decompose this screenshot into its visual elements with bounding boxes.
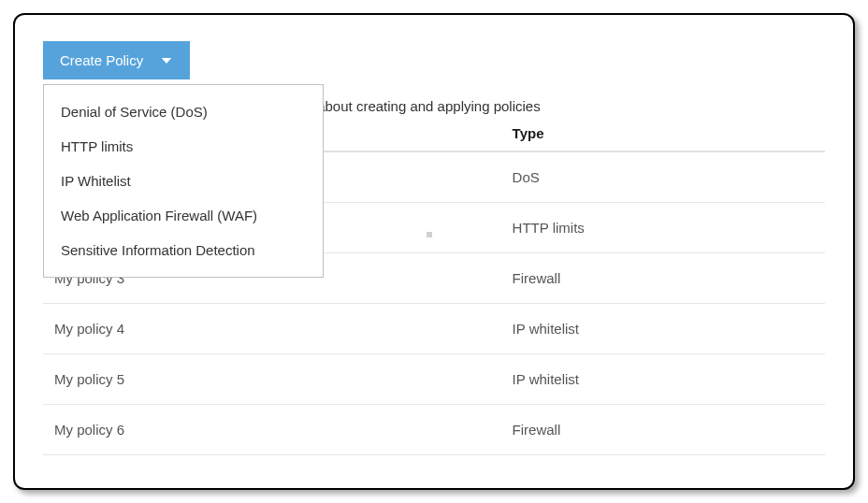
dropdown-item-sensitive-info[interactable]: Sensitive Information Detection [44, 233, 323, 267]
cell-type: Firewall [513, 270, 825, 286]
cell-type: DoS [513, 169, 825, 185]
dropdown-item-http-limits[interactable]: HTTP limits [44, 129, 323, 164]
create-policy-button[interactable]: Create Policy [43, 41, 190, 79]
create-policy-label: Create Policy [60, 52, 143, 68]
chevron-down-icon [160, 54, 173, 67]
policies-panel: Create Policy on traffic into a Runtime … [13, 13, 855, 490]
cell-name: My policy 4 [43, 321, 513, 337]
cell-type: Firewall [513, 422, 825, 438]
cell-name: My policy 5 [43, 371, 513, 387]
table-row[interactable]: My policy 5 IP whitelist [43, 354, 825, 405]
cell-type: IP whitelist [513, 371, 825, 387]
cell-type: IP whitelist [513, 321, 825, 337]
cell-name: My policy 6 [43, 422, 513, 438]
create-policy-dropdown: Denial of Service (DoS) HTTP limits IP W… [43, 84, 324, 278]
dropdown-item-dos[interactable]: Denial of Service (DoS) [44, 94, 323, 129]
cell-type: HTTP limits [513, 220, 825, 236]
table-row[interactable]: My policy 6 Firewall [43, 405, 825, 455]
header-type: Type [513, 125, 825, 141]
dropdown-item-ip-whitelist[interactable]: IP Whitelist [44, 164, 323, 198]
dropdown-item-waf[interactable]: Web Application Firewall (WAF) [44, 198, 323, 233]
table-row[interactable]: My policy 4 IP whitelist [43, 304, 825, 354]
marker-icon [427, 232, 432, 237]
